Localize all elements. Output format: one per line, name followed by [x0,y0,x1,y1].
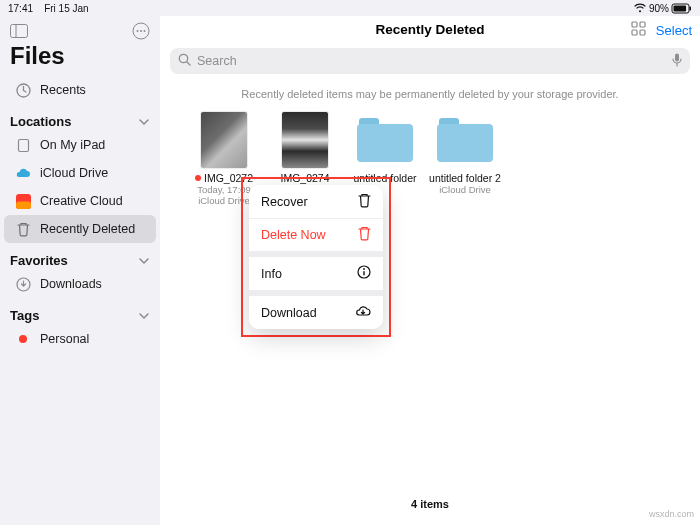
sidebar-item-creative-cloud[interactable]: Creative Cloud [4,187,156,215]
search-icon [178,53,191,69]
menu-item-recover[interactable]: Recover [249,185,383,218]
download-icon [14,277,32,292]
sidebar-toggle-icon[interactable] [10,24,28,38]
sidebar: Files Recents Locations On My iPad iClou… [0,16,160,525]
item-sub: iCloud Drive [429,184,501,195]
folder-icon [357,118,413,162]
watermark: wsxdn.com [649,509,694,519]
footer-count: 4 items [160,492,700,516]
battery-percent: 90% [649,3,669,14]
status-date: Fri 15 Jan [44,3,88,14]
ipad-icon [14,138,32,153]
thumbnail [282,112,328,168]
section-favorites[interactable]: Favorites [0,243,160,270]
menu-label: Info [261,267,282,281]
menu-label: Delete Now [261,228,326,242]
info-icon [357,265,371,282]
svg-rect-20 [675,53,679,61]
section-tags-title: Tags [10,308,39,323]
svg-point-18 [179,54,187,62]
wifi-icon [634,4,646,13]
svg-rect-1 [674,5,687,11]
svg-rect-17 [640,30,645,35]
svg-rect-2 [690,6,692,10]
svg-point-7 [140,30,142,32]
sidebar-recents[interactable]: Recents [4,76,156,104]
grid-item[interactable]: untitled folder 2 iCloud Drive [429,112,501,195]
content-header: Recently Deleted Select [160,16,700,44]
page-title: Recently Deleted [376,22,485,37]
svg-rect-16 [632,30,637,35]
grid-item[interactable]: IMG_0274 [269,112,341,184]
status-left: 17:41 Fri 15 Jan [8,3,89,14]
sidebar-item-downloads[interactable]: Downloads [4,270,156,298]
tag-dot-icon [14,335,32,343]
sidebar-item-label: On My iPad [40,138,105,152]
section-favorites-title: Favorites [10,253,68,268]
more-icon[interactable] [132,22,150,40]
sidebar-item-on-my-ipad[interactable]: On My iPad [4,131,156,159]
chevron-down-icon [138,310,150,322]
folder-icon [437,118,493,162]
menu-label: Download [261,306,317,320]
sidebar-item-tag-personal[interactable]: Personal [4,325,156,353]
sidebar-item-label: Creative Cloud [40,194,123,208]
svg-rect-23 [363,271,364,276]
section-locations[interactable]: Locations [0,104,160,131]
creative-cloud-icon [14,194,32,209]
chevron-down-icon [138,116,150,128]
mic-icon[interactable] [672,53,682,70]
sidebar-item-label: Recently Deleted [40,222,135,236]
search-placeholder: Search [197,54,237,68]
status-bar: 17:41 Fri 15 Jan 90% [0,0,700,16]
svg-rect-3 [11,25,28,38]
item-grid: IMG_0272 Today, 17:09 iCloud Drive IMG_0… [160,112,700,492]
app-title: Files [0,42,160,76]
grid-item[interactable]: untitled folder [349,112,421,184]
svg-rect-12 [16,201,31,209]
clock-icon [14,83,32,98]
battery-icon [672,4,692,13]
menu-item-info[interactable]: Info [249,257,383,290]
svg-point-6 [137,30,139,32]
trash-icon [358,226,371,244]
item-name: untitled folder 2 [429,172,501,184]
recover-trash-icon [358,193,371,211]
trash-icon [14,222,32,237]
context-menu-highlight: Recover Delete Now Info Download [241,177,391,337]
context-menu: Recover Delete Now Info Download [249,185,383,329]
svg-rect-15 [640,22,645,27]
section-locations-title: Locations [10,114,71,129]
menu-item-download[interactable]: Download [249,296,383,329]
select-button[interactable]: Select [656,23,692,38]
sidebar-item-label: Personal [40,332,89,346]
sidebar-item-icloud-drive[interactable]: iCloud Drive [4,159,156,187]
svg-rect-10 [18,139,28,151]
section-tags[interactable]: Tags [0,298,160,325]
thumbnail [201,112,247,168]
content-area: Recently Deleted Select Search Recently … [160,16,700,525]
notice-text: Recently deleted items may be permanentl… [160,82,700,112]
search-input[interactable]: Search [170,48,690,74]
status-time: 17:41 [8,3,33,14]
svg-rect-14 [632,22,637,27]
sidebar-item-label: iCloud Drive [40,166,108,180]
menu-label: Recover [261,195,308,209]
view-grid-icon[interactable] [631,21,646,39]
svg-point-8 [144,30,146,32]
status-right: 90% [634,3,692,14]
chevron-down-icon [138,255,150,267]
cloud-download-icon [355,305,371,321]
menu-item-delete-now[interactable]: Delete Now [249,218,383,251]
sidebar-recents-label: Recents [40,83,86,97]
svg-point-22 [363,268,365,270]
svg-line-19 [187,62,190,65]
sidebar-item-recently-deleted[interactable]: Recently Deleted [4,215,156,243]
icloud-icon [14,167,32,179]
sidebar-item-label: Downloads [40,277,102,291]
tag-dot-icon [195,175,201,181]
